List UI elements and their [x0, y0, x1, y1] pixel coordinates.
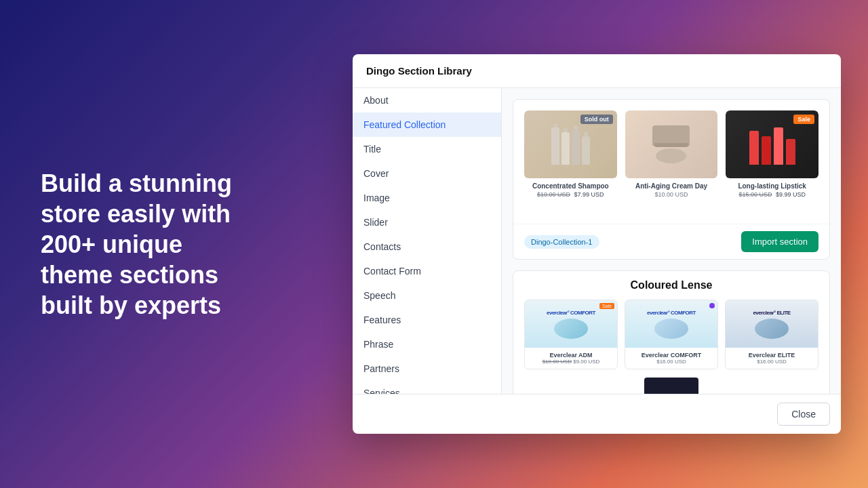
- lens-info-adm: Everclear ADM $10.00 USD$9.00 USD: [525, 348, 617, 369]
- hero-line-3: 200+ unique: [41, 230, 182, 258]
- featured-collection-preview: Sold out Concentrated Shampoo: [513, 100, 829, 224]
- modal-title: Dingo Section Library: [366, 65, 472, 77]
- lipstick-icon: [749, 124, 795, 165]
- product-info-shampoo: Concentrated Shampoo $10.00 USD $7.99 US…: [524, 178, 617, 202]
- product-price-shampoo: $10.00 USD $7.99 USD: [524, 191, 617, 198]
- coloured-lense-card: Coloured Lense Sale everclear° COMFORT: [513, 270, 830, 394]
- section-footer-featured: Dingo-Collection-1 Import section: [513, 224, 829, 259]
- sidebar-item-contact-form[interactable]: Contact Form: [353, 259, 501, 283]
- hero-line-1: Build a stunning: [41, 169, 232, 197]
- lens-partial-button: [644, 378, 698, 394]
- sidebar: About Featured Collection Title Cover Im…: [353, 88, 502, 394]
- lens-name-comfort: Everclear COMFORT: [629, 352, 713, 359]
- product-name-cream: Anti-Aging Cream Day: [625, 182, 718, 190]
- product-info-cream: Anti-Aging Cream Day $10.00 USD: [625, 178, 718, 202]
- product-price-cream: $10.00 USD: [625, 191, 718, 198]
- content-area[interactable]: Sold out Concentrated Shampoo: [502, 88, 841, 394]
- lens-card-elite: everclear° ELITE Everclear ELITE $16.00 …: [725, 300, 818, 369]
- modal-header: Dingo Section Library: [353, 54, 841, 88]
- product-name-lipstick: Long-lasting Lipstick: [726, 182, 818, 190]
- lens-name-elite: Everclear ELITE: [730, 352, 814, 359]
- hero-line-2: store easily with: [41, 200, 231, 228]
- product-image-shampoo: Sold out: [524, 110, 617, 178]
- product-grid: Sold out Concentrated Shampoo: [524, 110, 818, 202]
- collection-tag: Dingo-Collection-1: [524, 235, 599, 249]
- lens-image-elite: everclear° ELITE: [726, 300, 818, 348]
- lens-info-comfort: Everclear COMFORT $16.00 USD: [625, 348, 717, 369]
- lens-name-adm: Everclear ADM: [529, 352, 613, 359]
- sold-out-badge: Sold out: [580, 115, 613, 124]
- close-button[interactable]: Close: [777, 403, 830, 426]
- sidebar-item-about[interactable]: About: [353, 88, 501, 113]
- lens-price-comfort: $16.00 USD: [629, 359, 713, 365]
- lens-info-elite: Everclear ELITE $16.00 USD: [726, 348, 818, 369]
- modal-footer: Close: [353, 394, 841, 434]
- modal-body: About Featured Collection Title Cover Im…: [353, 88, 841, 394]
- sidebar-item-image[interactable]: Image: [353, 186, 501, 210]
- sidebar-item-features[interactable]: Features: [353, 308, 501, 332]
- everclear-logo-adm: everclear° COMFORT: [547, 310, 595, 316]
- modal: Dingo Section Library About Featured Col…: [353, 54, 841, 434]
- sidebar-item-partners[interactable]: Partners: [353, 357, 501, 381]
- hero-line-5: built by experts: [41, 291, 221, 319]
- sidebar-item-slider[interactable]: Slider: [353, 210, 501, 235]
- product-info-lipstick: Long-lasting Lipstick $15.00 USD $9.99 U…: [726, 178, 818, 202]
- color-dot-comfort: [709, 303, 715, 308]
- import-section-button[interactable]: Import section: [741, 231, 818, 252]
- lens-price-adm: $10.00 USD$9.00 USD: [529, 359, 613, 365]
- hero-text: Build a stunning store easily with 200+ …: [41, 168, 232, 321]
- product-image-lipstick: Sale: [726, 110, 818, 178]
- product-image-cream: [625, 110, 718, 178]
- everclear-logo-elite: everclear° ELITE: [753, 310, 790, 316]
- lens-card-adm: Sale everclear° COMFORT Everclear ADM $1…: [524, 300, 618, 369]
- sidebar-item-contacts[interactable]: Contacts: [353, 235, 501, 259]
- product-card-lipstick: Sale Long-lasting Lipstick: [726, 110, 818, 202]
- lens-product-grid: Sale everclear° COMFORT Everclear ADM $1…: [513, 300, 829, 378]
- lens-card-comfort: everclear° COMFORT Everclear COMFORT $16…: [625, 300, 718, 369]
- shampoo-bottles-icon: [551, 124, 590, 165]
- everclear-logo-comfort: everclear° COMFORT: [647, 310, 696, 316]
- sale-badge-adm: Sale: [599, 303, 614, 309]
- lens-price-elite: $16.00 USD: [730, 359, 814, 365]
- product-name-shampoo: Concentrated Shampoo: [524, 182, 617, 190]
- product-card-cream: Anti-Aging Cream Day $10.00 USD: [625, 110, 718, 202]
- sidebar-item-phrase[interactable]: Phrase: [353, 332, 501, 357]
- sidebar-item-featured-collection[interactable]: Featured Collection: [353, 113, 501, 137]
- product-card-shampoo: Sold out Concentrated Shampoo: [524, 110, 617, 202]
- sidebar-item-cover[interactable]: Cover: [353, 161, 501, 186]
- hero-line-4: theme sections: [41, 261, 218, 289]
- sale-badge-lipstick: Sale: [793, 115, 814, 124]
- lens-section-footer: [513, 378, 829, 394]
- product-price-lipstick: $15.00 USD $9.99 USD: [726, 191, 818, 198]
- lens-image-adm: Sale everclear° COMFORT: [525, 300, 617, 348]
- sidebar-item-services[interactable]: Services: [353, 381, 501, 394]
- sidebar-item-title[interactable]: Title: [353, 137, 501, 161]
- featured-collection-card: Sold out Concentrated Shampoo: [513, 99, 830, 260]
- coloured-lense-title: Coloured Lense: [513, 271, 829, 300]
- sidebar-item-speech[interactable]: Speech: [353, 283, 501, 308]
- lens-image-comfort: everclear° COMFORT: [625, 300, 717, 348]
